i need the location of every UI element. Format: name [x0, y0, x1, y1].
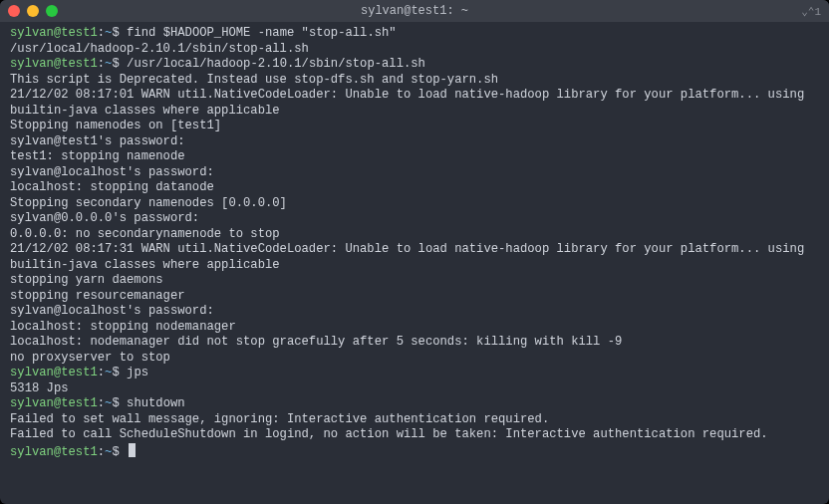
output-text: stopping resourcemanager — [10, 289, 185, 303]
output-line: Failed to set wall message, ignoring: In… — [10, 412, 819, 428]
output-text: 0.0.0.0: no secondarynamenode to stop — [10, 227, 280, 241]
command-text: jps — [127, 366, 148, 379]
prompt-userhost: sylvan@test1 — [10, 366, 98, 379]
output-text: Stopping namenodes on [test1] — [10, 119, 221, 132]
close-icon[interactable] — [8, 5, 20, 17]
output-line: no proxyserver to stop — [10, 351, 819, 367]
output-text: localhost: stopping nodemanager — [10, 320, 236, 334]
window-title-right: ⌄⌃1 — [801, 5, 821, 18]
output-line: 5318 Jps — [10, 381, 819, 397]
prompt-sigil: $ — [112, 366, 127, 379]
maximize-icon[interactable] — [46, 5, 58, 17]
output-line: 21/12/02 08:17:31 WARN util.NativeCodeLo… — [10, 242, 819, 273]
prompt-line: sylvan@test1:~$ — [10, 443, 819, 461]
prompt-userhost: sylvan@test1 — [10, 57, 98, 71]
output-line: sylvan@localhost's password: — [10, 165, 819, 181]
prompt-colon: : — [98, 445, 105, 459]
output-line: Stopping namenodes on [test1] — [10, 119, 819, 134]
prompt-sigil: $ — [112, 396, 127, 410]
cursor-icon — [129, 443, 136, 457]
output-text: 5318 Jps — [10, 381, 69, 395]
output-line: localhost: nodemanager did not stop grac… — [10, 335, 819, 351]
output-line: test1: stopping namenode — [10, 149, 819, 165]
prompt-userhost: sylvan@test1 — [10, 445, 98, 459]
output-line: stopping resourcemanager — [10, 289, 819, 305]
output-line: This script is Deprecated. Instead use s… — [10, 73, 819, 89]
prompt-line: sylvan@test1:~$ /usr/local/hadoop-2.10.1… — [10, 57, 819, 73]
prompt-line: sylvan@test1:~$ shutdown — [10, 396, 819, 412]
prompt-colon: : — [98, 396, 105, 410]
window-title: sylvan@test1: ~ — [0, 4, 829, 18]
output-line: 0.0.0.0: no secondarynamenode to stop — [10, 227, 819, 243]
output-line: sylvan@test1's password: — [10, 134, 819, 150]
output-text: localhost: nodemanager did not stop grac… — [10, 335, 622, 349]
command-text: find $HADOOP_HOME -name "stop-all.sh" — [127, 26, 397, 40]
prompt-userhost: sylvan@test1 — [10, 396, 98, 410]
prompt-colon: : — [98, 57, 105, 71]
output-line: sylvan@0.0.0.0's password: — [10, 211, 819, 227]
prompt-line: sylvan@test1:~$ find $HADOOP_HOME -name … — [10, 26, 819, 42]
output-text: sylvan@test1's password: — [10, 134, 185, 148]
output-text: Stopping secondary namenodes [0.0.0.0] — [10, 196, 287, 210]
output-text: no proxyserver to stop — [10, 351, 170, 365]
minimize-icon[interactable] — [27, 5, 39, 17]
output-text: Failed to call ScheduleShutdown in login… — [10, 427, 768, 441]
command-text: /usr/local/hadoop-2.10.1/sbin/stop-all.s… — [127, 57, 425, 71]
output-text: /usr/local/hadoop-2.10.1/sbin/stop-all.s… — [10, 42, 309, 56]
output-text: This script is Deprecated. Instead use s… — [10, 73, 498, 87]
command-text: shutdown — [127, 396, 185, 410]
output-line: localhost: stopping nodemanager — [10, 320, 819, 336]
output-line: Stopping secondary namenodes [0.0.0.0] — [10, 196, 819, 212]
prompt-userhost: sylvan@test1 — [10, 26, 98, 40]
output-text: stopping yarn daemons — [10, 273, 163, 287]
output-line: stopping yarn daemons — [10, 273, 819, 289]
terminal-window: sylvan@test1: ~ ⌄⌃1 sylvan@test1:~$ find… — [0, 0, 829, 504]
prompt-colon: : — [98, 366, 105, 379]
output-line: localhost: stopping datanode — [10, 180, 819, 196]
output-line: /usr/local/hadoop-2.10.1/sbin/stop-all.s… — [10, 42, 819, 58]
output-text: 21/12/02 08:17:01 WARN util.NativeCodeLo… — [10, 88, 812, 118]
output-text: Failed to set wall message, ignoring: In… — [10, 412, 549, 426]
prompt-line: sylvan@test1:~$ jps — [10, 366, 819, 381]
titlebar[interactable]: sylvan@test1: ~ ⌄⌃1 — [0, 0, 829, 22]
output-text: 21/12/02 08:17:31 WARN util.NativeCodeLo… — [10, 242, 812, 272]
output-text: sylvan@localhost's password: — [10, 304, 214, 318]
output-text: sylvan@0.0.0.0's password: — [10, 211, 199, 225]
output-line: Failed to call ScheduleShutdown in login… — [10, 427, 819, 443]
terminal-viewport[interactable]: sylvan@test1:~$ find $HADOOP_HOME -name … — [0, 22, 829, 504]
prompt-sigil: $ — [112, 445, 127, 459]
output-text: localhost: stopping datanode — [10, 180, 214, 194]
prompt-colon: : — [98, 26, 105, 40]
output-text: sylvan@localhost's password: — [10, 165, 214, 179]
prompt-sigil: $ — [112, 57, 127, 71]
output-text: test1: stopping namenode — [10, 149, 185, 163]
prompt-sigil: $ — [112, 26, 127, 40]
traffic-lights — [8, 5, 58, 17]
output-line: 21/12/02 08:17:01 WARN util.NativeCodeLo… — [10, 88, 819, 119]
output-line: sylvan@localhost's password: — [10, 304, 819, 320]
